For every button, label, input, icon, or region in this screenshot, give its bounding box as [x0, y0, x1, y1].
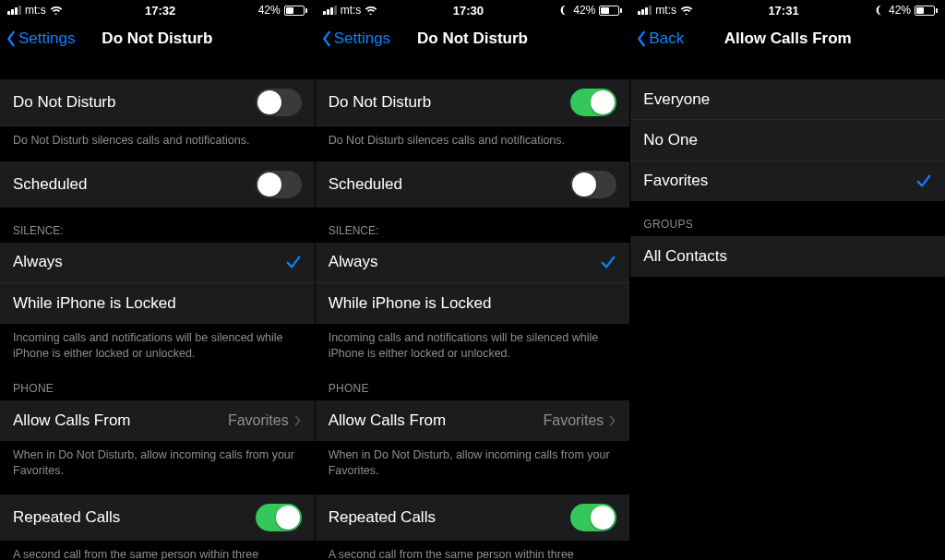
silence-header: SILENCE:	[316, 208, 630, 243]
allow-option-everyone[interactable]: Everyone	[630, 79, 945, 120]
chevron-left-icon	[6, 30, 17, 47]
back-label: Back	[649, 30, 684, 48]
allow-calls-row[interactable]: Allow Calls From Favorites	[316, 400, 630, 441]
allow-option-favorites[interactable]: Favorites	[630, 161, 945, 201]
repeated-calls-row[interactable]: Repeated Calls	[0, 494, 315, 541]
dnd-toggle-row[interactable]: Do Not Disturb	[0, 79, 315, 126]
groups-header: GROUPS	[630, 201, 945, 236]
back-button[interactable]: Settings	[321, 18, 390, 59]
silence-option-always[interactable]: Always	[316, 243, 630, 283]
chevron-left-icon	[636, 30, 647, 47]
allow-calls-value: Favorites	[228, 412, 289, 429]
nav-bar: Settings Do Not Disturb	[0, 18, 315, 59]
back-label: Settings	[18, 30, 75, 48]
battery-icon	[915, 6, 938, 16]
dnd-toggle-row[interactable]: Do Not Disturb	[316, 79, 630, 126]
checkmark-icon	[915, 173, 932, 189]
back-button[interactable]: Settings	[6, 18, 75, 59]
dnd-switch[interactable]	[570, 89, 616, 116]
signal-bars-icon	[638, 6, 652, 15]
battery-percent-label: 42%	[573, 4, 595, 17]
phone-header: PHONE	[316, 365, 630, 400]
wifi-icon	[365, 6, 377, 15]
phone-header: PHONE	[0, 365, 315, 400]
dnd-footer: Do Not Disturb silences calls and notifi…	[316, 126, 630, 152]
allow-calls-row[interactable]: Allow Calls From Favorites	[0, 400, 315, 441]
carrier-label: mt:s	[341, 4, 362, 17]
chevron-left-icon	[321, 30, 332, 47]
dnd-row-label: Do Not Disturb	[329, 93, 571, 112]
moon-icon	[558, 5, 569, 16]
moon-icon	[874, 5, 885, 16]
back-button[interactable]: Back	[636, 18, 684, 59]
pane-dnd-on: mt:s 17:30 42% Settings Do Not Disturb D…	[316, 0, 631, 560]
page-title: Allow Calls From	[724, 30, 852, 48]
carrier-label: mt:s	[655, 4, 676, 17]
clock-label: 17:31	[768, 4, 798, 18]
status-bar: mt:s 17:30 42%	[316, 0, 630, 18]
repeated-calls-footer: A second call from the same person withi…	[0, 541, 315, 560]
page-title: Do Not Disturb	[417, 30, 528, 48]
allow-calls-footer: When in Do Not Disturb, allow incoming c…	[0, 441, 315, 483]
signal-bars-icon	[7, 6, 21, 15]
scheduled-row-label: Scheduled	[13, 175, 256, 194]
clock-label: 17:32	[145, 4, 175, 18]
carrier-label: mt:s	[25, 4, 46, 17]
nav-bar: Back Allow Calls From	[630, 18, 945, 59]
silence-option-always[interactable]: Always	[0, 243, 315, 283]
repeated-calls-switch[interactable]	[570, 504, 616, 531]
silence-option-locked[interactable]: While iPhone is Locked	[0, 283, 315, 324]
repeated-calls-footer: A second call from the same person withi…	[316, 541, 630, 560]
nav-bar: Settings Do Not Disturb	[316, 18, 630, 59]
chevron-right-icon	[609, 414, 616, 427]
dnd-row-label: Do Not Disturb	[13, 93, 256, 112]
silence-header: SILENCE:	[0, 208, 315, 243]
checkmark-icon	[285, 254, 302, 270]
battery-percent-label: 42%	[889, 4, 911, 17]
status-bar: mt:s 17:31 42%	[630, 0, 945, 18]
allow-option-noone[interactable]: No One	[630, 120, 945, 161]
silence-option-locked[interactable]: While iPhone is Locked	[316, 283, 630, 324]
dnd-switch[interactable]	[256, 89, 302, 116]
pane-dnd-off: mt:s 17:32 42% Settings Do Not Disturb D…	[0, 0, 316, 560]
battery-percent-label: 42%	[258, 4, 281, 17]
page-title: Do Not Disturb	[102, 30, 212, 48]
dnd-footer: Do Not Disturb silences calls and notifi…	[0, 126, 315, 152]
clock-label: 17:30	[453, 4, 484, 18]
scheduled-toggle-row[interactable]: Scheduled	[316, 161, 630, 208]
wifi-icon	[50, 6, 63, 15]
back-label: Settings	[334, 30, 390, 48]
scheduled-switch[interactable]	[570, 171, 616, 198]
repeated-calls-row[interactable]: Repeated Calls	[316, 494, 630, 541]
status-bar: mt:s 17:32 42%	[0, 0, 315, 18]
signal-bars-icon	[323, 6, 337, 15]
silence-footer: Incoming calls and notifications will be…	[0, 324, 315, 365]
scheduled-row-label: Scheduled	[329, 175, 571, 194]
repeated-calls-switch[interactable]	[256, 504, 302, 531]
allow-calls-value: Favorites	[544, 412, 604, 429]
scheduled-switch[interactable]	[256, 171, 302, 198]
checkmark-icon	[600, 254, 616, 270]
battery-icon	[599, 6, 622, 16]
battery-icon	[284, 6, 307, 16]
chevron-right-icon	[294, 414, 302, 427]
wifi-icon	[680, 6, 693, 15]
allow-calls-footer: When in Do Not Disturb, allow incoming c…	[316, 441, 630, 483]
scheduled-toggle-row[interactable]: Scheduled	[0, 161, 315, 208]
pane-allow-calls: mt:s 17:31 42% Back Allow Calls From Eve…	[630, 0, 945, 560]
group-all-contacts[interactable]: All Contacts	[630, 236, 945, 277]
silence-footer: Incoming calls and notifications will be…	[316, 324, 630, 365]
